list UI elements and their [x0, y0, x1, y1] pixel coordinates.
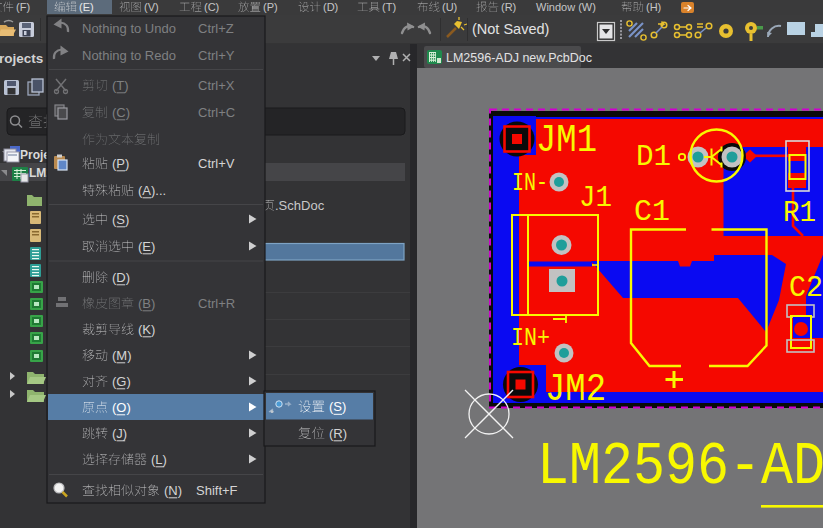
svg-text:(N): (N)	[164, 483, 182, 498]
svg-text:Nothing to Undo: Nothing to Undo	[82, 21, 176, 36]
svg-text:(P): (P)	[263, 1, 278, 13]
svg-text:(E): (E)	[138, 239, 155, 254]
svg-text:JM1: JM1	[536, 119, 597, 162]
svg-text:Shift+F: Shift+F	[196, 483, 238, 498]
svg-text:(G): (G)	[112, 374, 131, 389]
svg-text:(E): (E)	[79, 1, 94, 13]
svg-text:(J): (J)	[112, 426, 127, 441]
svg-text:(Not Saved): (Not Saved)	[472, 21, 549, 37]
svg-text:(K): (K)	[138, 322, 155, 337]
svg-text:(D): (D)	[323, 1, 338, 13]
svg-text:(T): (T)	[382, 1, 396, 13]
svg-text:Ctrl+C: Ctrl+C	[198, 105, 235, 120]
svg-text:Ctrl+V: Ctrl+V	[198, 156, 235, 171]
svg-text:LM2596-ADJ new.PcbDoc: LM2596-ADJ new.PcbDoc	[446, 51, 592, 65]
svg-text:(T): (T)	[112, 78, 129, 93]
svg-text:Window (W): Window (W)	[536, 1, 596, 13]
svg-text:(O): (O)	[112, 400, 131, 415]
svg-text:(B): (B)	[138, 296, 155, 311]
svg-text:(A)...: (A)...	[138, 183, 166, 198]
svg-text:(S): (S)	[329, 399, 346, 414]
svg-text:Ctrl+R: Ctrl+R	[198, 296, 235, 311]
svg-text:IN-: IN-	[512, 169, 548, 198]
svg-text:R1: R1	[783, 197, 816, 230]
svg-text:(H): (H)	[646, 1, 661, 13]
svg-text:C1: C1	[634, 196, 670, 229]
svg-text:Ctrl+X: Ctrl+X	[198, 78, 235, 93]
svg-text:JM2: JM2	[545, 368, 606, 411]
svg-text:(M): (M)	[112, 348, 132, 363]
svg-text:.SchDoc: .SchDoc	[275, 198, 325, 213]
svg-text:LM2596-ADJ: LM2596-ADJ	[537, 432, 823, 501]
svg-text:(R): (R)	[329, 426, 347, 441]
svg-text:(S): (S)	[112, 212, 129, 227]
svg-text:Projects: Projects	[0, 51, 43, 66]
svg-text:(C): (C)	[112, 105, 130, 120]
svg-text:J1: J1	[579, 182, 612, 215]
svg-text:D1: D1	[636, 141, 671, 174]
svg-text:(C): (C)	[204, 1, 219, 13]
svg-text:(P): (P)	[112, 156, 129, 171]
svg-text:C2: C2	[789, 272, 823, 305]
svg-text:(L): (L)	[151, 452, 167, 467]
svg-text:IN+: IN+	[511, 324, 550, 353]
svg-text:(R): (R)	[501, 1, 516, 13]
svg-text:(U): (U)	[442, 1, 457, 13]
svg-text:(V): (V)	[144, 1, 159, 13]
svg-text:Ctrl+Z: Ctrl+Z	[198, 21, 234, 36]
svg-text:Ctrl+Y: Ctrl+Y	[198, 48, 235, 63]
svg-text:(D): (D)	[112, 270, 130, 285]
svg-text:(F): (F)	[16, 1, 30, 13]
svg-text:Nothing to Redo: Nothing to Redo	[82, 48, 176, 63]
